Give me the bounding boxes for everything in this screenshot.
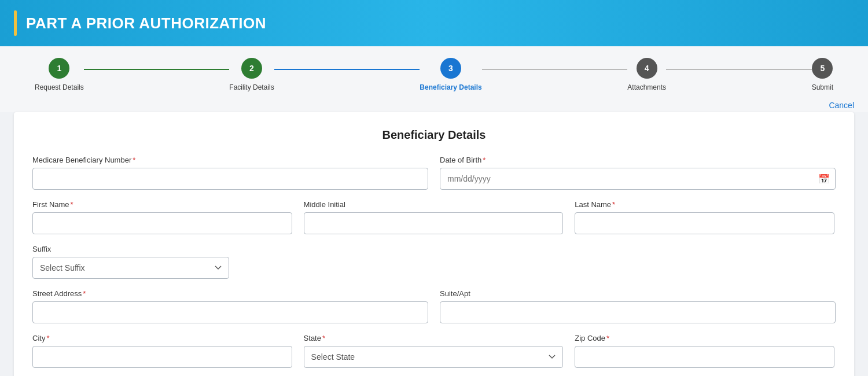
form-card: Beneficiary Details Medicare Beneficiary… xyxy=(14,112,854,376)
suite-apt-input[interactable] xyxy=(440,301,836,323)
step-connector-1 xyxy=(84,69,230,70)
state-label: State* xyxy=(304,334,564,342)
first-name-input[interactable] xyxy=(32,212,292,234)
state-select[interactable]: Select State AL AK AZ CA CO FL TX NY xyxy=(304,346,564,368)
step-circle-2: 2 xyxy=(241,58,262,79)
state-group: State* Select State AL AK AZ CA CO FL TX… xyxy=(304,334,564,368)
cancel-link[interactable]: Cancel xyxy=(829,101,854,110)
zip-code-input[interactable] xyxy=(575,346,834,368)
form-row-1: Medicare Beneficiary Number* Date of Bir… xyxy=(32,156,836,190)
last-name-group: Last Name* xyxy=(575,200,834,234)
cancel-row: Cancel xyxy=(0,97,868,112)
medicare-required: * xyxy=(133,156,135,164)
step-label-5: Submit xyxy=(812,83,833,91)
form-row-4: Street Address* Suite/Apt xyxy=(32,289,836,323)
last-name-label: Last Name* xyxy=(575,200,834,209)
step-label-2: Facility Details xyxy=(229,83,274,91)
form-title: Beneficiary Details xyxy=(32,128,836,142)
street-address-label: Street Address* xyxy=(32,289,428,298)
stepper-inner: 1 Request Details 2 Facility Details 3 B… xyxy=(35,58,833,91)
suite-apt-group: Suite/Apt xyxy=(440,289,836,323)
form-row-5: City* State* Select State AL AK AZ CA CO… xyxy=(32,334,836,368)
dob-label: Date of Birth* xyxy=(440,156,836,164)
date-of-birth-input[interactable] xyxy=(440,168,836,190)
zip-code-group: Zip Code* xyxy=(575,334,834,368)
last-name-required: * xyxy=(612,200,615,209)
step-circle-5: 5 xyxy=(812,58,833,79)
step-circle-3: 3 xyxy=(440,58,461,79)
step-label-1: Request Details xyxy=(35,83,84,91)
form-row-3: Suffix Select Suffix Jr. Sr. II III IV xyxy=(32,245,836,279)
step-2: 2 Facility Details xyxy=(229,58,274,91)
step-circle-1: 1 xyxy=(49,58,69,79)
form-row-2: First Name* Middle Initial Last Name* xyxy=(32,200,836,234)
suite-apt-label: Suite/Apt xyxy=(440,289,836,298)
dob-required: * xyxy=(483,156,486,164)
step-3: 3 Beneficiary Details xyxy=(420,58,481,91)
step-circle-4: 4 xyxy=(637,58,657,79)
zip-required: * xyxy=(606,334,609,342)
middle-initial-label: Middle Initial xyxy=(304,200,564,209)
zip-code-label: Zip Code* xyxy=(575,334,834,342)
first-name-label: First Name* xyxy=(32,200,292,209)
street-address-input[interactable] xyxy=(32,301,428,323)
suffix-label: Suffix xyxy=(32,245,229,253)
step-1: 1 Request Details xyxy=(35,58,84,91)
step-connector-4 xyxy=(666,69,812,70)
medicare-group: Medicare Beneficiary Number* xyxy=(32,156,428,190)
step-5: 5 Submit xyxy=(812,58,833,91)
stepper: 1 Request Details 2 Facility Details 3 B… xyxy=(35,58,833,91)
city-label: City* xyxy=(32,334,292,342)
step-connector-2 xyxy=(274,69,420,70)
first-name-group: First Name* xyxy=(32,200,292,234)
step-label-3: Beneficiary Details xyxy=(420,83,481,91)
step-label-4: Attachments xyxy=(627,83,666,91)
dob-input-wrapper: 📅 xyxy=(440,168,836,190)
page-title: PART A PRIOR AUTHORIZATION xyxy=(26,14,266,32)
middle-initial-group: Middle Initial xyxy=(304,200,564,234)
medicare-label: Medicare Beneficiary Number* xyxy=(32,156,428,164)
step-4: 4 Attachments xyxy=(627,58,666,91)
suffix-select[interactable]: Select Suffix Jr. Sr. II III IV xyxy=(32,257,229,279)
stepper-container: 1 Request Details 2 Facility Details 3 B… xyxy=(0,46,868,97)
medicare-beneficiary-input[interactable] xyxy=(32,168,428,190)
city-input[interactable] xyxy=(32,346,292,368)
first-name-required: * xyxy=(71,200,73,209)
street-address-group: Street Address* xyxy=(32,289,428,323)
page-header: PART A PRIOR AUTHORIZATION xyxy=(0,0,868,46)
suffix-group: Suffix Select Suffix Jr. Sr. II III IV xyxy=(32,245,229,279)
header-accent xyxy=(14,10,17,36)
street-required: * xyxy=(83,289,86,298)
city-group: City* xyxy=(32,334,292,368)
state-required: * xyxy=(322,334,325,342)
dob-group: Date of Birth* 📅 xyxy=(440,156,836,190)
city-required: * xyxy=(46,334,49,342)
step-connector-3 xyxy=(482,69,628,70)
last-name-input[interactable] xyxy=(575,212,834,234)
middle-initial-input[interactable] xyxy=(304,212,564,234)
